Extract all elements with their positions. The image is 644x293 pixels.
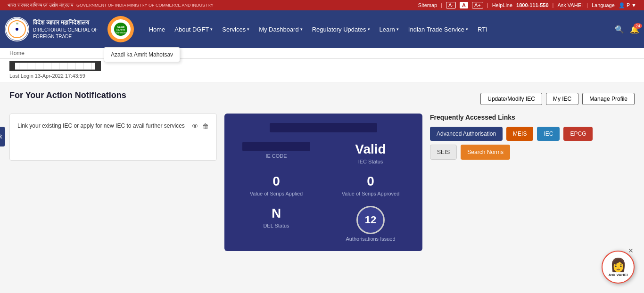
del-status-label: DEL Status bbox=[234, 223, 319, 228]
about-dgft-caret: ▾ bbox=[210, 27, 213, 32]
main-content: For Your Action Notifications Update/Mod… bbox=[0, 83, 644, 259]
scrips-applied-value: 0 bbox=[234, 174, 319, 189]
feedback-label: Feedback bbox=[0, 133, 2, 140]
auth-issued-label: Authorisations Issued bbox=[328, 236, 413, 242]
scrips-applied-cell: 0 Value of Scrips Applied bbox=[234, 174, 319, 196]
action-header: For Your Action Notifications Update/Mod… bbox=[9, 90, 635, 107]
top-bar: भारत सरकार वाणिज्य एवं उद्योग मंत्रालय G… bbox=[0, 0, 644, 10]
nav-indian-trade[interactable]: Indian Trade Service ▾ bbox=[404, 10, 473, 48]
language-selector[interactable]: Language bbox=[592, 2, 615, 8]
top-bar-right: Sitemap | A- A A+ | HelpLine 1800-111-55… bbox=[418, 2, 636, 8]
sitemap-link[interactable]: Sitemap bbox=[418, 2, 437, 8]
breadcrumb-home[interactable]: Home bbox=[9, 50, 25, 57]
helpline-label: HelpLine bbox=[492, 2, 512, 8]
font-small-btn[interactable]: A- bbox=[446, 2, 456, 8]
notification-bell-btn[interactable]: 🔔 24 bbox=[630, 25, 639, 34]
logo-circle: 🇮🇳 bbox=[5, 17, 29, 41]
ie-code-label: IE CODE bbox=[234, 153, 319, 159]
del-status-cell: N DEL Status bbox=[234, 206, 319, 242]
del-status-value: N bbox=[234, 206, 319, 221]
iec-status-value: Valid bbox=[328, 142, 413, 157]
iec-status-cell: Valid IEC Status bbox=[328, 142, 413, 164]
last-login: Last Login 13-Apr-2022 17:43:59 bbox=[9, 73, 635, 79]
notif-text: Link your existing IEC or apply for new … bbox=[17, 122, 187, 130]
freq-btn-meis[interactable]: MEIS bbox=[506, 127, 533, 141]
ie-code-cell: IE CODE bbox=[234, 142, 319, 164]
dashboard-caret: ▾ bbox=[300, 27, 303, 32]
scrips-approved-label: Value of Scrips Approved bbox=[328, 191, 413, 196]
my-iec-btn[interactable]: My IEC bbox=[546, 93, 578, 105]
nav-learn[interactable]: Learn ▾ bbox=[375, 10, 404, 48]
panel-grid: IE CODE Valid IEC Status 0 Value of Scri… bbox=[234, 142, 413, 242]
action-buttons: Update/Modify IEC My IEC Manage Profile bbox=[480, 93, 635, 105]
notification-card: Link your existing IEC or apply for new … bbox=[9, 114, 217, 161]
notif-count-badge: 24 bbox=[634, 23, 642, 29]
gov-sub: GOVERNMENT OF INDIA MINISTRY OF COMMERCE… bbox=[76, 3, 214, 8]
svg-text:🇮🇳: 🇮🇳 bbox=[16, 22, 18, 24]
services-caret: ▾ bbox=[247, 27, 249, 32]
ask-vahei-avatar-icon: 👩 bbox=[610, 257, 627, 259]
helpline-number[interactable]: 1800-111-550 bbox=[516, 2, 549, 8]
freq-btn-search-norms[interactable]: Search Norms bbox=[461, 145, 510, 160]
nav-right: 🔍 🔔 24 bbox=[615, 25, 639, 34]
user-bar: ████████████████████ Last Login 13-Apr-2… bbox=[0, 59, 644, 83]
nav-about-dgft[interactable]: About DGFT ▾ bbox=[170, 10, 217, 48]
freq-title: Frequently Accessed Links bbox=[430, 114, 600, 121]
auth-issued-cell: 12 Authorisations Issued bbox=[328, 206, 413, 242]
font-large-btn[interactable]: A+ bbox=[472, 2, 483, 8]
freq-btn-epcg[interactable]: EPCG bbox=[563, 127, 593, 141]
nav-regulatory-updates[interactable]: Regulatory Updates ▾ bbox=[307, 10, 375, 48]
svg-point-2 bbox=[16, 28, 18, 31]
panel-header-redacted bbox=[270, 123, 377, 132]
nav-links: Home About DGFT ▾ Services ▾ My Dashboar… bbox=[144, 10, 492, 48]
regulatory-caret: ▾ bbox=[368, 27, 370, 32]
search-icon-btn[interactable]: 🔍 bbox=[615, 25, 624, 34]
ask-vahei-close-btn[interactable]: ✕ bbox=[628, 247, 634, 254]
profile-icon[interactable]: 👤 P ▼ bbox=[619, 2, 636, 8]
breadcrumb: Home bbox=[0, 48, 644, 59]
manage-profile-btn[interactable]: Manage Profile bbox=[582, 93, 635, 105]
frequently-panel: Frequently Accessed Links Advanced Autho… bbox=[430, 114, 600, 160]
freq-buttons: Advanced Authorisation MEIS IEC EPCG SEI… bbox=[430, 127, 600, 160]
nav-rti[interactable]: RTI bbox=[473, 10, 492, 48]
notif-item: Link your existing IEC or apply for new … bbox=[17, 122, 209, 130]
svg-text:Mahotsav: Mahotsav bbox=[116, 31, 126, 34]
gov-text: भारत सरकार वाणिज्य एवं उद्योग मंत्रालय bbox=[8, 2, 74, 8]
auth-issued-circle: 12 bbox=[356, 206, 385, 234]
azadi-badge: Azadi ka Amrit Mahotsav bbox=[107, 15, 135, 43]
logo-area: 🇮🇳 विदेश व्यापार महानिदेशालय DIRECTORATE… bbox=[5, 15, 135, 43]
azadi-dropdown-tooltip: Azadi ka Amrit Mahotsav bbox=[104, 47, 180, 62]
delete-icon[interactable]: 🗑 bbox=[202, 122, 209, 130]
ask-vahei-link[interactable]: Ask VAHEI bbox=[557, 2, 583, 8]
learn-caret: ▾ bbox=[396, 27, 399, 32]
update-modify-iec-btn[interactable]: Update/Modify IEC bbox=[480, 93, 542, 105]
scrips-approved-value: 0 bbox=[328, 174, 413, 189]
iec-status-label: IEC Status bbox=[328, 159, 413, 164]
font-normal-btn[interactable]: A bbox=[460, 2, 468, 8]
top-bar-left: भारत सरकार वाणिज्य एवं उद्योग मंत्रालय G… bbox=[8, 2, 214, 8]
dashboard-panel: IE CODE Valid IEC Status 0 Value of Scri… bbox=[224, 114, 422, 251]
ie-code-redacted bbox=[242, 142, 310, 151]
nav-home[interactable]: Home bbox=[144, 10, 170, 48]
freq-btn-iec[interactable]: IEC bbox=[537, 127, 560, 141]
freq-btn-advanced-auth[interactable]: Advanced Authorisation bbox=[430, 127, 503, 141]
logo-text: विदेश व्यापार महानिदेशालय DIRECTORATE GE… bbox=[33, 18, 98, 40]
notif-actions: 👁 🗑 bbox=[192, 122, 209, 130]
user-name-box: ████████████████████ bbox=[9, 61, 101, 71]
view-icon[interactable]: 👁 bbox=[192, 122, 198, 130]
scrips-applied-label: Value of Scrips Applied bbox=[234, 191, 319, 196]
nav-services[interactable]: Services ▾ bbox=[217, 10, 254, 48]
scrips-approved-cell: 0 Value of Scrips Approved bbox=[328, 174, 413, 196]
nav-bar: 🇮🇳 विदेश व्यापार महानिदेशालय DIRECTORATE… bbox=[0, 10, 644, 48]
auth-issued-value: 12 bbox=[365, 214, 376, 226]
freq-btn-seis[interactable]: SEIS bbox=[430, 145, 457, 160]
section-title: For Your Action Notifications bbox=[9, 90, 126, 100]
feedback-tab[interactable]: Feedback bbox=[0, 127, 5, 146]
content-row: Link your existing IEC or apply for new … bbox=[9, 114, 635, 251]
trade-caret: ▾ bbox=[466, 27, 468, 32]
nav-my-dashboard[interactable]: My Dashboard ▾ bbox=[254, 10, 307, 48]
